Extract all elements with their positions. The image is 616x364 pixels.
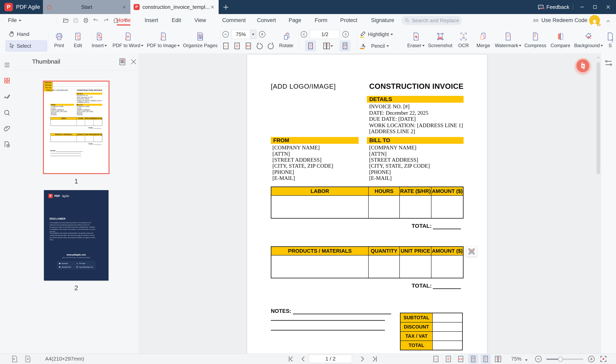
tab-document-close-icon[interactable]	[210, 4, 215, 10]
status-actual-size-button[interactable]: 1:1	[431, 355, 441, 364]
compare-button[interactable]: Compare	[548, 28, 573, 52]
zoom-in-button[interactable]	[258, 30, 266, 39]
single-page-view-button[interactable]	[305, 41, 316, 51]
prev-view-icon[interactable]	[11, 355, 18, 363]
menu-comment[interactable]: Comment	[222, 14, 246, 27]
compress-button[interactable]: Compress	[523, 28, 548, 52]
merge-button[interactable]: Merge	[473, 28, 494, 52]
thumbnails-icon[interactable]	[3, 77, 11, 84]
menu-insert[interactable]: Insert	[145, 14, 158, 27]
convert-to-word-floating-button[interactable]	[575, 58, 590, 73]
screenshot-button[interactable]: Screenshot	[426, 28, 454, 52]
print-button[interactable]: Print	[50, 28, 69, 52]
highlight-button[interactable]: Hightlight	[358, 29, 405, 39]
insert-button[interactable]: Insert	[87, 28, 111, 52]
menu-protect[interactable]: Protect	[340, 14, 357, 27]
menu-icon[interactable]	[3, 61, 11, 69]
previous-page-button[interactable]	[300, 30, 308, 39]
fullscreen-icon[interactable]	[599, 355, 607, 363]
redeem-code-button[interactable]: Use Redeem Code	[533, 14, 588, 27]
page-1-thumbnail[interactable]: [ADD LOGO/IMAGE] CONSTRUCTION INVOICE DE…	[43, 81, 109, 174]
window-maximize-button[interactable]	[591, 3, 599, 11]
search-input[interactable]: Search and Replace	[401, 16, 462, 25]
last-page-icon[interactable]	[371, 355, 379, 363]
next-view-icon[interactable]	[24, 355, 32, 363]
select-tool-button[interactable]: Select	[6, 40, 47, 51]
status-zoom-in-button[interactable]	[587, 355, 595, 363]
rotate-left-button[interactable]	[255, 41, 264, 51]
watermark-button[interactable]: Watermark	[493, 28, 523, 52]
rotate-button[interactable]: Rotate	[275, 28, 297, 52]
tab-document[interactable]: P construction_invoice_templ...	[130, 0, 219, 14]
new-tab-button[interactable]	[222, 4, 229, 11]
fit-width-button[interactable]	[244, 41, 253, 51]
attachment-icon[interactable]	[3, 125, 11, 132]
save-icon[interactable]	[73, 17, 79, 24]
continuous-scroll-button[interactable]	[340, 41, 350, 51]
status-two-page-button[interactable]	[493, 355, 503, 364]
pdf-to-word-button[interactable]: PDF to Word	[111, 28, 145, 52]
status-page-input[interactable]: 1 / 2	[309, 355, 352, 363]
tab-start[interactable]: Start	[43, 0, 130, 14]
zoom-level-input[interactable]: 75%	[232, 30, 256, 39]
document-canvas[interactable]: [ADD LOGO/IMAGE] CONSTRUCTION INVOICE DE…	[138, 53, 601, 353]
pencil-button[interactable]: Pencil	[371, 43, 389, 49]
undo-icon[interactable]	[93, 17, 99, 24]
print-icon[interactable]	[83, 17, 89, 24]
tab-start-close-icon[interactable]	[121, 4, 127, 10]
zoom-slider[interactable]	[546, 359, 583, 360]
eraser-button[interactable]: Eraser	[405, 28, 426, 52]
previous-page-icon[interactable]	[299, 355, 307, 363]
scroll-up-icon[interactable]	[596, 55, 600, 59]
menu-home[interactable]: Home	[116, 14, 131, 27]
ocr-button[interactable]: OCR	[454, 28, 473, 52]
page-number-input[interactable]: 1/2	[310, 30, 340, 39]
status-fit-page-button[interactable]	[444, 355, 453, 364]
pdf-to-image-button[interactable]: PDF to Image	[145, 28, 182, 52]
two-page-view-button[interactable]	[320, 41, 336, 51]
signature-panel-icon[interactable]	[3, 93, 11, 100]
properties-icon[interactable]	[604, 59, 613, 67]
redo-icon[interactable]	[103, 17, 109, 24]
avatar[interactable]	[589, 15, 600, 26]
document-page[interactable]: [ADD LOGO/IMAGE] CONSTRUCTION INVOICE DE…	[247, 54, 487, 353]
status-continuous-button[interactable]	[469, 355, 478, 364]
status-single-page-button[interactable]	[481, 355, 490, 364]
page-grid-icon[interactable]	[118, 58, 126, 66]
table-extract-button[interactable]	[466, 246, 477, 257]
first-page-icon[interactable]	[287, 355, 295, 363]
scrollbar-thumb[interactable]	[597, 62, 600, 174]
menu-edit[interactable]: Edit	[172, 14, 181, 27]
edit-button[interactable]: Edit	[69, 28, 87, 52]
status-zoom-out-button[interactable]	[534, 355, 542, 363]
status-zoom-value[interactable]: 75%	[511, 356, 522, 362]
menu-signature[interactable]: Signature	[371, 14, 394, 27]
font-color-button[interactable]: Aa	[358, 42, 367, 50]
window-close-button[interactable]	[604, 3, 612, 11]
menu-view[interactable]: View	[194, 14, 206, 27]
open-file-icon[interactable]	[63, 17, 69, 24]
fit-page-button[interactable]	[233, 41, 241, 51]
menu-convert[interactable]: Convert	[257, 14, 276, 27]
menu-form[interactable]: Form	[315, 14, 327, 27]
zoom-dropdown-icon[interactable]	[525, 359, 527, 362]
toolbar-expand-icon[interactable]	[610, 38, 615, 43]
page-2-thumbnail[interactable]: P PDF Agile DISCLAIMER The templates and…	[44, 190, 108, 281]
collapse-toolbar-icon[interactable]	[605, 18, 611, 25]
history-icon[interactable]	[3, 141, 11, 148]
next-page-icon[interactable]	[358, 355, 366, 363]
zoom-dropdown[interactable]	[250, 30, 256, 39]
window-minimize-button[interactable]	[578, 3, 586, 11]
zoom-out-button[interactable]	[222, 30, 230, 39]
rotate-right-button[interactable]	[266, 41, 275, 51]
hand-tool-button[interactable]: Hand	[6, 29, 47, 39]
menu-page[interactable]: Page	[289, 14, 301, 27]
menu-file[interactable]: File	[8, 14, 21, 27]
panel-close-icon[interactable]	[130, 58, 138, 66]
search-panel-icon[interactable]	[3, 109, 11, 116]
vertical-scrollbar[interactable]	[596, 53, 600, 353]
background-button[interactable]: Background	[573, 28, 604, 52]
zoom-slider-thumb[interactable]	[558, 357, 563, 362]
next-page-button[interactable]	[341, 30, 350, 39]
actual-size-button[interactable]: 1:1	[222, 41, 230, 51]
